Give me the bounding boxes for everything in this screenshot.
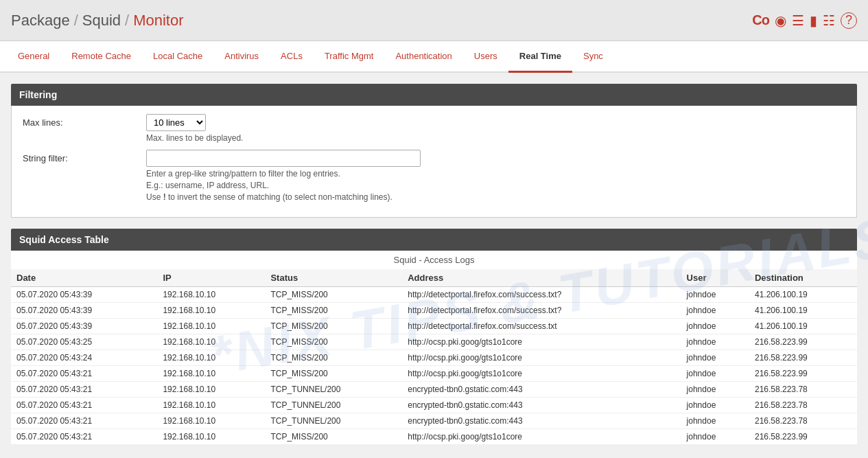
- nav-tabs: General Remote Cache Local Cache Antivir…: [0, 41, 868, 73]
- table-row: 05.07.2020 05:43:21 192.168.10.10 TCP_MI…: [11, 366, 857, 382]
- string-filter-input[interactable]: [146, 150, 421, 167]
- cell-ip: 192.168.10.10: [157, 350, 265, 366]
- cell-status: TCP_MISS/200: [265, 319, 402, 334]
- table-row: 05.07.2020 05:43:25 192.168.10.10 TCP_MI…: [11, 334, 857, 350]
- cell-user: johndoe: [681, 334, 749, 350]
- filtering-header: Filtering: [11, 84, 857, 106]
- table-icon[interactable]: ☷: [823, 12, 835, 29]
- cell-destination: 216.58.223.78: [749, 413, 857, 429]
- cell-date: 05.07.2020 05:43:39: [11, 303, 157, 319]
- col-ip: IP: [157, 269, 265, 287]
- cell-user: johndoe: [681, 398, 749, 413]
- cell-status: TCP_TUNNEL/200: [265, 413, 402, 429]
- table-row: 05.07.2020 05:43:21 192.168.10.10 TCP_TU…: [11, 413, 857, 429]
- circle-icon[interactable]: ◉: [775, 12, 786, 29]
- cell-destination: 41.206.100.19: [749, 287, 857, 303]
- cell-ip: 192.168.10.10: [157, 413, 265, 429]
- cell-destination: 216.58.223.99: [749, 429, 857, 445]
- cell-ip: 192.168.10.10: [157, 287, 265, 303]
- table-header: Squid Access Table: [11, 229, 857, 251]
- string-filter-controls: Enter a grep-like string/pattern to filt…: [146, 150, 845, 202]
- tab-users[interactable]: Users: [463, 41, 508, 73]
- cell-destination: 41.206.100.19: [749, 303, 857, 319]
- chart-icon[interactable]: ▮: [810, 12, 817, 29]
- max-lines-select[interactable]: 10 lines 25 lines 50 lines 100 lines: [146, 114, 206, 131]
- cell-status: TCP_MISS/200: [265, 287, 402, 303]
- cell-destination: 216.58.223.99: [749, 350, 857, 366]
- cell-address: http://detectportal.firefox.com/success.…: [402, 287, 681, 303]
- main-content: *NIX TIPS & TUTORIALS Filtering Max line…: [0, 73, 868, 456]
- tab-general[interactable]: General: [7, 41, 60, 73]
- cell-user: johndoe: [681, 350, 749, 366]
- filtering-body: Max lines: 10 lines 25 lines 50 lines 10…: [11, 106, 857, 218]
- table-section: Squid Access Table Squid - Access Logs D…: [11, 229, 857, 445]
- cell-destination: 216.58.223.78: [749, 398, 857, 413]
- table-subtitle: Squid - Access Logs: [11, 251, 857, 269]
- breadcrumb-monitor: Monitor: [133, 12, 183, 30]
- breadcrumb: Package / Squid / Monitor: [11, 12, 184, 30]
- cell-date: 05.07.2020 05:43:21: [11, 413, 157, 429]
- cell-status: TCP_TUNNEL/200: [265, 398, 402, 413]
- cell-user: johndoe: [681, 319, 749, 334]
- filtering-section: Filtering Max lines: 10 lines 25 lines 5…: [11, 84, 857, 218]
- cell-status: TCP_MISS/200: [265, 429, 402, 445]
- breadcrumb-package[interactable]: Package: [11, 12, 70, 30]
- access-table: Date IP Status Address User Destination …: [11, 269, 857, 445]
- tab-real-time[interactable]: Real Time: [508, 41, 572, 73]
- string-filter-hint2: E.g.: username, IP address, URL.: [146, 181, 845, 190]
- co-icon[interactable]: Co: [752, 12, 769, 28]
- breadcrumb-squid[interactable]: Squid: [82, 12, 121, 30]
- max-lines-label: Max lines:: [23, 114, 146, 128]
- table-row: 05.07.2020 05:43:21 192.168.10.10 TCP_MI…: [11, 429, 857, 445]
- cell-address: http://ocsp.pki.goog/gts1o1core: [402, 334, 681, 350]
- breadcrumb-sep1: /: [74, 12, 78, 30]
- cell-user: johndoe: [681, 287, 749, 303]
- cell-destination: 216.58.223.99: [749, 334, 857, 350]
- cell-status: TCP_MISS/200: [265, 366, 402, 382]
- cell-date: 05.07.2020 05:43:21: [11, 429, 157, 445]
- cell-address: encrypted-tbn0.gstatic.com:443: [402, 413, 681, 429]
- cell-status: TCP_TUNNEL/200: [265, 382, 402, 398]
- tab-authentication[interactable]: Authentication: [384, 41, 462, 73]
- cell-date: 05.07.2020 05:43:21: [11, 382, 157, 398]
- cell-user: johndoe: [681, 366, 749, 382]
- cell-ip: 192.168.10.10: [157, 382, 265, 398]
- tab-local-cache[interactable]: Local Cache: [142, 41, 213, 73]
- cell-date: 05.07.2020 05:43:39: [11, 319, 157, 334]
- cell-destination: 216.58.223.99: [749, 366, 857, 382]
- tab-sync[interactable]: Sync: [572, 41, 614, 73]
- header: Package / Squid / Monitor Co ◉ ☰ ▮ ☷ ?: [0, 0, 868, 41]
- table-row: 05.07.2020 05:43:24 192.168.10.10 TCP_MI…: [11, 350, 857, 366]
- cell-date: 05.07.2020 05:43:21: [11, 398, 157, 413]
- string-filter-hint1: Enter a grep-like string/pattern to filt…: [146, 169, 845, 179]
- cell-user: johndoe: [681, 382, 749, 398]
- tab-remote-cache[interactable]: Remote Cache: [60, 41, 142, 73]
- table-row: 05.07.2020 05:43:39 192.168.10.10 TCP_MI…: [11, 319, 857, 334]
- string-filter-row: String filter: Enter a grep-like string/…: [23, 150, 845, 202]
- table-row: 05.07.2020 05:43:39 192.168.10.10 TCP_MI…: [11, 287, 857, 303]
- cell-address: encrypted-tbn0.gstatic.com:443: [402, 382, 681, 398]
- cell-address: http://detectportal.firefox.com/success.…: [402, 303, 681, 319]
- col-address: Address: [402, 269, 681, 287]
- cell-user: johndoe: [681, 303, 749, 319]
- table-row: 05.07.2020 05:43:21 192.168.10.10 TCP_TU…: [11, 382, 857, 398]
- header-icons: Co ◉ ☰ ▮ ☷ ?: [752, 12, 857, 29]
- cell-destination: 216.58.223.78: [749, 382, 857, 398]
- tab-antivirus[interactable]: Antivirus: [213, 41, 270, 73]
- col-date: Date: [11, 269, 157, 287]
- cell-ip: 192.168.10.10: [157, 334, 265, 350]
- cell-ip: 192.168.10.10: [157, 319, 265, 334]
- cell-ip: 192.168.10.10: [157, 398, 265, 413]
- col-user: User: [681, 269, 749, 287]
- cell-address: http://detectportal.firefox.com/success.…: [402, 319, 681, 334]
- help-icon[interactable]: ?: [841, 12, 857, 29]
- cell-user: johndoe: [681, 413, 749, 429]
- string-filter-label: String filter:: [23, 150, 146, 163]
- max-lines-row: Max lines: 10 lines 25 lines 50 lines 10…: [23, 114, 845, 143]
- cell-date: 05.07.2020 05:43:25: [11, 334, 157, 350]
- tab-traffic-mgmt[interactable]: Traffic Mgmt: [314, 41, 385, 73]
- tab-acls[interactable]: ACLs: [270, 41, 314, 73]
- string-filter-hint3: Use ! to invert the sense of matching (t…: [146, 192, 845, 202]
- cell-status: TCP_MISS/200: [265, 350, 402, 366]
- sliders-icon[interactable]: ☰: [792, 12, 804, 29]
